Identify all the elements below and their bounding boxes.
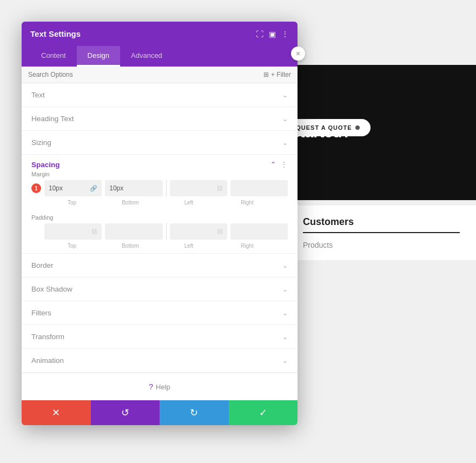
margin-label: Margin xyxy=(22,171,298,177)
modal-footer: ✕ ↺ ↻ ✓ xyxy=(22,400,298,425)
accordion-box-shadow-title: Box Shadow xyxy=(31,285,72,293)
link-icon: 🔗 xyxy=(90,185,97,192)
chevron-down-icon: ⌄ xyxy=(282,262,288,269)
padding-label: Padding xyxy=(22,210,298,223)
help-icon: ? xyxy=(149,382,153,391)
tab-advanced[interactable]: Advanced xyxy=(120,46,173,67)
accordion-text-title: Text xyxy=(31,91,45,99)
padding-left-input[interactable] xyxy=(174,228,215,235)
accordion-box-shadow: Box Shadow ⌄ xyxy=(22,277,298,301)
accordion-sizing-header[interactable]: Sizing ⌄ xyxy=(22,131,298,154)
padding-bottom-label: Bottom xyxy=(103,243,158,249)
modal: Text Settings ⛶ ▣ ⋮ Content Design Advan… xyxy=(22,22,298,425)
modal-tabs: Content Design Advanced xyxy=(22,46,298,67)
modal-header: Text Settings ⛶ ▣ ⋮ xyxy=(22,22,298,46)
more-options-icon[interactable]: ⋮ xyxy=(281,30,289,38)
padding-right-field[interactable] xyxy=(230,223,288,240)
accordion-transform-title: Transform xyxy=(31,333,64,341)
accordion-text-header[interactable]: Text ⌄ xyxy=(22,83,298,107)
chevron-down-icon: ⌄ xyxy=(282,139,288,147)
accordion-sizing-title: Sizing xyxy=(31,138,51,147)
accordion-spacing-title: Spacing xyxy=(31,161,60,169)
margin-right-field[interactable] xyxy=(230,180,288,196)
margin-bottom-input[interactable] xyxy=(109,184,158,192)
margin-input-group: 🔗 ⛓ xyxy=(44,180,288,196)
right-label: Right xyxy=(220,200,275,206)
left-label: Left xyxy=(161,200,216,206)
save-icon: ✓ xyxy=(259,407,267,419)
help-link[interactable]: ? Help xyxy=(149,382,170,391)
cancel-icon: ✕ xyxy=(52,407,60,419)
split-icon[interactable]: ▣ xyxy=(269,30,276,38)
chevron-down-icon: ⌄ xyxy=(282,91,288,99)
padding-top-field[interactable]: ⛓ xyxy=(44,223,102,240)
search-input[interactable] xyxy=(28,71,263,78)
redo-icon: ↻ xyxy=(190,407,198,419)
page-section: Customers Products xyxy=(287,206,476,260)
chevron-down-icon: ⌄ xyxy=(282,357,288,365)
accordion-filters: Filters ⌄ xyxy=(22,301,298,325)
bottom-label: Bottom xyxy=(103,200,158,206)
tab-content[interactable]: Content xyxy=(30,46,77,67)
cancel-button[interactable]: ✕ xyxy=(22,400,91,425)
accordion-heading-header[interactable]: Heading Text ⌄ xyxy=(22,107,298,130)
accordion-filters-header[interactable]: Filters ⌄ xyxy=(22,301,298,325)
margin-badge: 1 xyxy=(31,183,41,193)
padding-top-input[interactable] xyxy=(49,228,89,235)
margin-right-input[interactable] xyxy=(235,184,283,192)
top-label: Top xyxy=(44,200,100,206)
chevron-down-icon: ⌄ xyxy=(282,286,288,293)
field-divider xyxy=(166,223,167,240)
section-title: Customers xyxy=(303,216,460,233)
margin-top-field[interactable]: 🔗 xyxy=(44,180,102,196)
chevron-down-icon: ⌄ xyxy=(282,115,288,123)
margin-bottom-field[interactable] xyxy=(105,180,162,196)
accordion-transform: Transform ⌄ xyxy=(22,325,298,349)
redo-button[interactable]: ↻ xyxy=(160,400,229,425)
accordion-box-shadow-header[interactable]: Box Shadow ⌄ xyxy=(22,277,298,301)
accordion-filters-title: Filters xyxy=(31,309,51,317)
margin-top-input[interactable] xyxy=(49,184,88,192)
spacing-more-button[interactable]: ⋮ xyxy=(280,160,288,169)
reset-button[interactable]: ↺ xyxy=(91,400,160,425)
padding-right-input[interactable] xyxy=(235,228,283,235)
margin-left-input[interactable] xyxy=(174,184,215,192)
modal-close-badge[interactable]: × xyxy=(291,47,305,61)
accordion-animation: Animation ⌄ xyxy=(22,349,298,373)
margin-left-field[interactable]: ⛓ xyxy=(170,180,227,196)
accordion-border-header[interactable]: Border ⌄ xyxy=(22,254,298,277)
accordion-border-title: Border xyxy=(31,261,54,269)
unlink-icon: ⛓ xyxy=(91,228,97,235)
filter-label: + Filter xyxy=(271,71,291,78)
padding-bottom-field[interactable] xyxy=(105,223,162,240)
padding-bottom-input[interactable] xyxy=(109,228,158,235)
margin-fields-row: 1 🔗 ⛓ xyxy=(22,180,298,196)
accordion-heading: Heading Text ⌄ xyxy=(22,107,298,131)
chevron-down-icon: ⌄ xyxy=(282,309,288,317)
modal-header-icons: ⛶ ▣ ⋮ xyxy=(256,30,289,38)
accordion-heading-title: Heading Text xyxy=(31,115,74,123)
search-bar: ⊞ + Filter xyxy=(22,67,298,83)
padding-fields-row: ⛓ ⛓ xyxy=(22,223,298,240)
margin-labels-row: Top Bottom Left Right xyxy=(22,199,298,210)
accordion-transform-header[interactable]: Transform ⌄ xyxy=(22,325,298,348)
unlink-icon: ⛓ xyxy=(217,228,223,235)
cta-dot xyxy=(355,125,360,130)
padding-input-group: ⛓ ⛓ xyxy=(44,223,288,240)
chevron-up-icon[interactable]: ⌃ xyxy=(270,161,276,168)
accordion-animation-header[interactable]: Animation ⌄ xyxy=(22,349,298,372)
unlink-icon: ⛓ xyxy=(217,185,223,191)
save-button[interactable]: ✓ xyxy=(229,400,298,425)
padding-top-label: Top xyxy=(44,243,100,249)
accordion-sizing: Sizing ⌄ xyxy=(22,131,298,155)
fullscreen-icon[interactable]: ⛶ xyxy=(256,30,263,38)
field-divider xyxy=(166,180,167,196)
modal-title: Text Settings xyxy=(30,29,81,38)
tab-design[interactable]: Design xyxy=(77,46,120,67)
chevron-down-icon: ⌄ xyxy=(282,333,288,341)
padding-left-field[interactable]: ⛓ xyxy=(170,223,227,240)
accordion-spacing: Spacing ⌃ ⋮ Margin 1 🔗 xyxy=(22,155,298,254)
filter-button[interactable]: ⊞ + Filter xyxy=(263,71,291,78)
filter-icon: ⊞ xyxy=(263,71,269,78)
section-sub: Products xyxy=(303,241,460,249)
